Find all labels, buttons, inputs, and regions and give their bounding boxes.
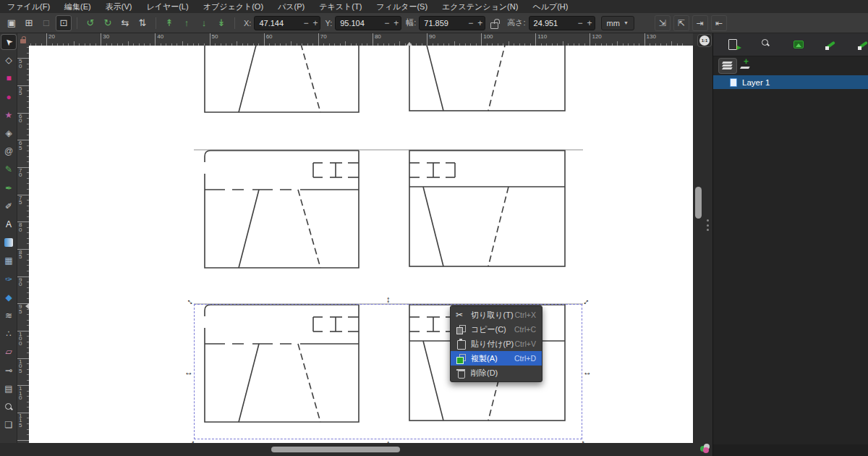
y-field[interactable]: 95.104−+ [335, 16, 401, 30]
height-field[interactable]: 24.951−+ [529, 16, 595, 30]
menu-item-filters[interactable]: フィルター(S) [369, 0, 435, 13]
spray-tool[interactable]: ∴ [1, 326, 16, 341]
menu-item-path[interactable]: パス(P) [271, 0, 312, 13]
pencil-tool[interactable]: ✎ [1, 162, 16, 177]
menu-item-help[interactable]: ヘルプ(H) [525, 0, 575, 13]
pencil-tool-glyph: ✎ [5, 164, 12, 174]
bezier-tool[interactable]: ✒ [1, 181, 16, 195]
vertical-scrollbar[interactable] [693, 46, 704, 443]
tools-icon[interactable] [824, 38, 837, 51]
y-field-decrement[interactable]: − [382, 18, 391, 28]
deselect-button[interactable]: □ [38, 15, 54, 31]
document-properties-icon[interactable] [727, 38, 740, 51]
raise-to-top-button[interactable]: ↟ [161, 15, 177, 31]
scale-handle-e[interactable]: ↔ [582, 367, 592, 377]
x-field-decrement[interactable]: − [301, 18, 310, 28]
height-field-decrement[interactable]: − [576, 18, 585, 28]
context-menu-item-copy[interactable]: コピー(C)Ctrl+C [451, 322, 542, 337]
menu-item-file[interactable]: ファイル(F) [0, 0, 57, 13]
x-field[interactable]: 47.144−+ [254, 16, 320, 30]
lower-to-bottom-button[interactable]: ↡ [213, 15, 229, 31]
spiral-tool[interactable]: @ [1, 144, 16, 159]
flip-horizontal-button[interactable]: ⇆ [117, 15, 133, 31]
paste-icon [456, 339, 466, 349]
page-tool[interactable]: ▤ [1, 381, 16, 396]
page-tool-glyph: ▤ [4, 384, 12, 394]
y-field-increment[interactable]: + [391, 18, 401, 28]
vertical-scrollbar-thumb[interactable] [695, 187, 702, 219]
select-all-layers-button[interactable]: ⊞ [21, 15, 37, 31]
search-icon[interactable] [761, 38, 774, 51]
context-menu-item-delete[interactable]: 削除(D) [451, 366, 542, 380]
horizontal-scrollbar-thumb[interactable] [271, 447, 400, 452]
drawing-row-2[interactable] [194, 150, 583, 268]
add-layer-icon[interactable] [738, 59, 755, 73]
scale-stroke-toggle[interactable]: ⇲ [655, 15, 671, 31]
copy-icon [456, 324, 466, 334]
drawing-row-1[interactable] [205, 46, 565, 112]
box-3d-tool[interactable]: ◈ [1, 126, 16, 140]
spiral-tool-glyph: @ [4, 146, 13, 156]
dropper-tool-glyph: ✑ [5, 274, 12, 284]
height-field-increment[interactable]: + [585, 18, 595, 28]
selection-box-toggle[interactable]: ⊡ [56, 15, 72, 31]
context-menu-item-duplicate[interactable]: 複製(A)Ctrl+D [451, 351, 542, 366]
dropper-tool[interactable]: ✑ [1, 272, 16, 287]
width-field-decrement[interactable]: − [466, 18, 475, 28]
horizontal-scrollbar[interactable] [0, 443, 712, 456]
rectangle-tool[interactable]: ■ [1, 71, 16, 85]
width-field[interactable]: 71.859−+ [419, 16, 485, 30]
panel-bottom-bar [713, 444, 868, 456]
flip-vertical-button[interactable]: ⇅ [135, 15, 150, 31]
vertical-ruler[interactable]: 50556065707580859095100105110115 [17, 46, 29, 443]
horizontal-ruler[interactable]: 2030405060708090100110120130 [29, 33, 693, 46]
selector-tool[interactable]: ➤ [1, 35, 16, 49]
width-field-increment[interactable]: + [475, 18, 485, 28]
scale-corners-toggle[interactable]: ⇱ [673, 15, 689, 31]
ellipse-tool[interactable]: ● [1, 90, 16, 104]
pages-tool[interactable]: ❏ [1, 418, 16, 432]
rotate-cw-button[interactable]: ↻ [100, 15, 116, 31]
eraser-tool[interactable]: ▱ [1, 345, 16, 359]
export-image-icon[interactable] [792, 38, 805, 51]
layers-list-icon[interactable] [719, 59, 736, 73]
ruler-corner[interactable] [17, 33, 29, 46]
lower-button[interactable]: ↓ [196, 15, 212, 31]
unit-selector[interactable]: mm▼ [601, 16, 634, 30]
node-tool[interactable]: ◇ [1, 53, 16, 67]
menu-item-text[interactable]: テキスト(T) [312, 0, 369, 13]
zoom-tool[interactable] [1, 400, 16, 414]
x-field-increment[interactable]: + [310, 18, 320, 28]
calligraphy-tool[interactable]: ✐ [1, 199, 16, 214]
text-tool[interactable]: A [1, 217, 16, 232]
select-all-button[interactable]: ▣ [4, 15, 20, 31]
mesh-tool[interactable]: ▦ [1, 253, 16, 268]
zoom-1-1-button[interactable]: 1:1 [697, 34, 712, 47]
star-tool[interactable]: ★ [1, 108, 16, 122]
fill-tool[interactable]: ◆ [1, 290, 16, 305]
menu-item-layer[interactable]: レイヤー(L) [139, 0, 195, 13]
lock-ratio-icon[interactable] [490, 18, 498, 28]
move-patterns-toggle[interactable]: ⇤ [711, 15, 727, 31]
raise-button[interactable]: ↑ [179, 15, 195, 31]
context-menu-item-paste[interactable]: 貼り付け(P)Ctrl+V [451, 337, 542, 351]
color-management-icon[interactable] [700, 444, 710, 454]
menu-item-object[interactable]: オブジェクト(O) [196, 0, 271, 13]
rotate-ccw-button[interactable]: ↺ [82, 15, 98, 31]
panel-resize-grip[interactable] [707, 219, 709, 231]
move-gradients-toggle[interactable]: ⇥ [692, 15, 708, 31]
cut-label: 切り取り(T) [471, 310, 515, 321]
gradient-tool[interactable] [1, 235, 16, 250]
tweak-tool[interactable]: ≋ [1, 308, 16, 323]
scale-handle-w[interactable]: ↔ [184, 367, 194, 377]
tools-icon-2[interactable] [856, 38, 868, 51]
menu-item-edit[interactable]: 編集(E) [57, 0, 98, 13]
menu-item-extensions[interactable]: エクステンション(N) [435, 0, 525, 13]
context-menu-item-cut[interactable]: 切り取り(T)Ctrl+X [451, 308, 542, 322]
panel-resize-strip[interactable] [704, 46, 712, 443]
guide-lock-icon[interactable] [20, 35, 27, 44]
layer-row[interactable]: Layer 1 [713, 75, 868, 89]
menu-item-view[interactable]: 表示(V) [98, 0, 140, 13]
connector-tool[interactable]: ⊸ [1, 363, 16, 378]
scale-handle-n[interactable]: ↕ [383, 295, 393, 305]
